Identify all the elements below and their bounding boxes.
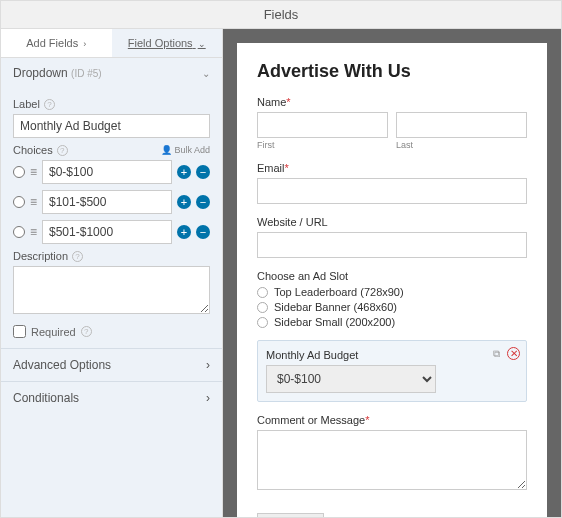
delete-icon[interactable]: ✕ bbox=[507, 347, 520, 360]
help-icon[interactable]: ? bbox=[44, 99, 55, 110]
conditionals-section[interactable]: Conditionals› bbox=[1, 381, 222, 414]
add-choice-button[interactable]: + bbox=[177, 165, 191, 179]
page-title: Fields bbox=[1, 1, 561, 29]
website-input[interactable] bbox=[257, 232, 527, 258]
adslot-label: Choose an Ad Slot bbox=[257, 270, 527, 282]
last-name-input[interactable] bbox=[396, 112, 527, 138]
choice-default-radio[interactable] bbox=[13, 226, 25, 238]
chevron-right-icon: › bbox=[206, 358, 210, 372]
choice-input[interactable] bbox=[42, 220, 172, 244]
duplicate-icon[interactable]: ⧉ bbox=[490, 347, 503, 360]
choice-default-radio[interactable] bbox=[13, 166, 25, 178]
last-sublabel: Last bbox=[396, 140, 527, 150]
first-name-input[interactable] bbox=[257, 112, 388, 138]
preview-area: Advertise With Us Name* First Last bbox=[223, 29, 561, 517]
remove-choice-button[interactable]: − bbox=[196, 225, 210, 239]
adslot-option[interactable]: Sidebar Small (200x200) bbox=[257, 316, 527, 328]
chevron-right-icon: › bbox=[206, 391, 210, 405]
advanced-options-section[interactable]: Advanced Options› bbox=[1, 348, 222, 381]
adslot-option[interactable]: Sidebar Banner (468x60) bbox=[257, 301, 527, 313]
chevron-down-icon: ⌄ bbox=[202, 68, 210, 79]
add-choice-button[interactable]: + bbox=[177, 225, 191, 239]
chevron-down-icon: ⌄ bbox=[198, 39, 206, 49]
remove-choice-button[interactable]: − bbox=[196, 195, 210, 209]
person-icon: 👤 bbox=[161, 145, 172, 155]
email-input[interactable] bbox=[257, 178, 527, 204]
choice-input[interactable] bbox=[42, 190, 172, 214]
radio-icon bbox=[257, 287, 268, 298]
selected-field[interactable]: ⧉ ✕ Monthly Ad Budget $0-$100 bbox=[257, 340, 527, 402]
bulk-add-link[interactable]: 👤 Bulk Add bbox=[161, 145, 210, 155]
radio-icon bbox=[257, 317, 268, 328]
description-input[interactable] bbox=[13, 266, 210, 314]
radio-icon bbox=[257, 302, 268, 313]
add-choice-button[interactable]: + bbox=[177, 195, 191, 209]
chevron-right-icon: › bbox=[83, 39, 86, 49]
budget-select[interactable]: $0-$100 bbox=[266, 365, 436, 393]
tab-add-fields[interactable]: Add Fields › bbox=[1, 29, 112, 57]
tab-field-options[interactable]: Field Options ⌄ bbox=[112, 29, 223, 57]
choice-row: ≡ + − bbox=[13, 160, 210, 184]
sidebar: Add Fields › Field Options ⌄ Dropdown (I… bbox=[1, 29, 223, 517]
field-type-header[interactable]: Dropdown (ID #5) ⌄ bbox=[1, 58, 222, 88]
name-label: Name bbox=[257, 96, 286, 108]
help-icon[interactable]: ? bbox=[81, 326, 92, 337]
comment-label: Comment or Message bbox=[257, 414, 365, 426]
comment-input[interactable] bbox=[257, 430, 527, 490]
help-icon[interactable]: ? bbox=[57, 145, 68, 156]
form-title: Advertise With Us bbox=[257, 61, 527, 82]
choice-default-radio[interactable] bbox=[13, 196, 25, 208]
choice-row: ≡ + − bbox=[13, 220, 210, 244]
submit-button[interactable]: Submit bbox=[257, 513, 324, 517]
drag-icon[interactable]: ≡ bbox=[30, 225, 37, 239]
first-sublabel: First bbox=[257, 140, 388, 150]
drag-icon[interactable]: ≡ bbox=[30, 165, 37, 179]
help-icon[interactable]: ? bbox=[72, 251, 83, 262]
email-label: Email bbox=[257, 162, 285, 174]
label-input[interactable] bbox=[13, 114, 210, 138]
description-label: Description bbox=[13, 250, 68, 262]
remove-choice-button[interactable]: − bbox=[196, 165, 210, 179]
budget-label: Monthly Ad Budget bbox=[266, 349, 518, 361]
choice-row: ≡ + − bbox=[13, 190, 210, 214]
drag-icon[interactable]: ≡ bbox=[30, 195, 37, 209]
label-label: Label bbox=[13, 98, 40, 110]
required-checkbox[interactable] bbox=[13, 325, 26, 338]
website-label: Website / URL bbox=[257, 216, 527, 228]
choice-input[interactable] bbox=[42, 160, 172, 184]
required-label: Required bbox=[31, 326, 76, 338]
choices-label: Choices bbox=[13, 144, 53, 156]
adslot-option[interactable]: Top Leaderboard (728x90) bbox=[257, 286, 527, 298]
